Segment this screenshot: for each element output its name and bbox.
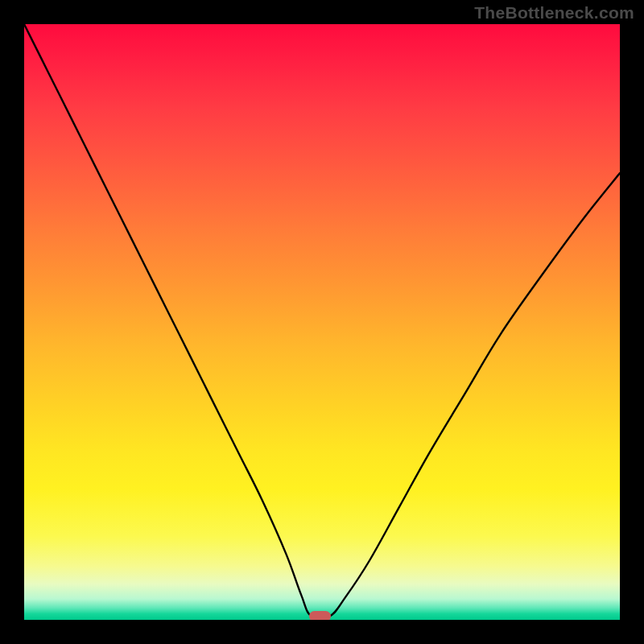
optimal-marker bbox=[309, 611, 331, 620]
bottleneck-curve bbox=[24, 24, 620, 619]
watermark-text: TheBottleneck.com bbox=[474, 3, 634, 23]
plot-area bbox=[24, 24, 620, 620]
chart-frame: TheBottleneck.com bbox=[0, 0, 644, 644]
curve-layer bbox=[24, 24, 620, 620]
